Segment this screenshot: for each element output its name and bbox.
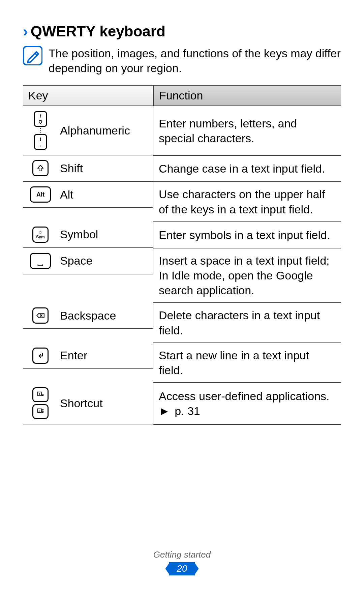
heading-title: QWERTY keyboard: [31, 23, 165, 40]
backspace-key-icon: [28, 307, 53, 324]
key-name: Shift: [60, 162, 83, 175]
th-key: Key: [23, 85, 153, 106]
alphanumeric-key-icon: / Q ⋮ ! .: [28, 111, 53, 150]
shift-key-icon: [28, 160, 53, 176]
key-name: Shortcut: [60, 397, 103, 410]
key-name: Backspace: [60, 309, 116, 322]
key-name: Symbol: [60, 228, 98, 241]
svg-point-5: [42, 409, 44, 410]
enter-key-icon: [28, 348, 53, 364]
key-name: Alt: [60, 188, 73, 201]
svg-text:1: 1: [39, 392, 40, 396]
table-row: / Q ⋮ ! . A: [23, 106, 341, 155]
table-row: Enter Start a new line in a text input f…: [23, 343, 341, 383]
heading-bullet: ›: [23, 23, 28, 40]
note-block: The position, images, and functions of t…: [23, 46, 341, 76]
page-footer: Getting started 20: [0, 549, 364, 575]
key-function: Start a new line in a text input field.: [153, 343, 341, 383]
key-function: Use characters on the upper half of the …: [153, 182, 341, 221]
svg-text:2: 2: [39, 409, 40, 413]
cross-ref-arrow-icon: ►: [159, 405, 170, 417]
space-key-icon: ⎵: [28, 253, 53, 269]
key-function: Delete characters in a text input field.: [153, 303, 341, 342]
table-row: Backspace Delete characters in a text in…: [23, 303, 341, 342]
table-row: ⎵ Space Insert a space in a text input f…: [23, 248, 341, 303]
key-function: Enter numbers, letters, and special char…: [153, 106, 341, 155]
table-row: ☺ Sym Symbol Enter symbols in a text inp…: [23, 222, 341, 248]
key-name: Enter: [60, 349, 87, 362]
key-function: Change case in a text input field.: [153, 155, 341, 182]
key-function: Access user-defined applications. ► p. 3…: [153, 383, 341, 424]
page-number: 20: [169, 562, 194, 575]
cross-ref: p. 31: [175, 405, 200, 417]
note-icon: [23, 46, 42, 65]
table-row: Shift Change case in a text input field.: [23, 155, 341, 182]
key-function: Enter symbols in a text input field.: [153, 222, 341, 248]
alt-key-icon: Alt: [28, 186, 53, 203]
svg-rect-6: [42, 410, 43, 411]
shortcut-key-icon: 1 2: [28, 387, 53, 419]
key-function: Insert a space in a text input field; In…: [153, 248, 341, 303]
table-row: 1 2: [23, 383, 341, 424]
keys-table: Key Function / Q: [23, 85, 341, 425]
key-name: Alphanumeric: [60, 124, 130, 137]
footer-section: Getting started: [0, 549, 364, 560]
section-heading: › QWERTY keyboard: [23, 23, 341, 40]
key-name: Space: [60, 254, 92, 267]
note-text: The position, images, and functions of t…: [49, 46, 341, 76]
th-function: Function: [153, 85, 341, 106]
symbol-key-icon: ☺ Sym: [28, 227, 53, 243]
table-row: Alt Alt Use characters on the upper half…: [23, 182, 341, 221]
